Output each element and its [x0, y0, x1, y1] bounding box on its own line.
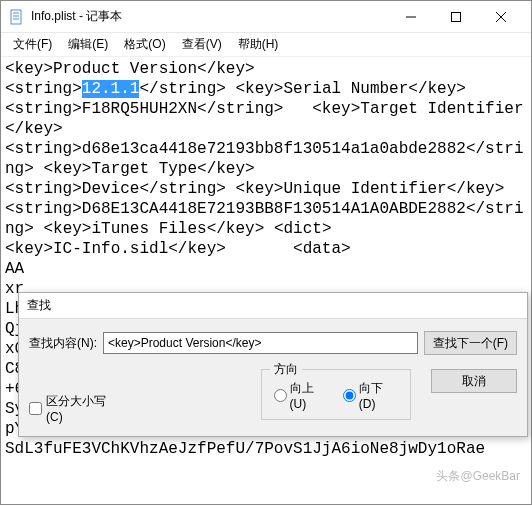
menu-help[interactable]: 帮助(H) [232, 34, 285, 55]
direction-down-radio[interactable] [343, 389, 356, 402]
direction-down[interactable]: 向下(D) [343, 380, 398, 411]
match-case-input[interactable] [29, 402, 42, 415]
menu-edit[interactable]: 编辑(E) [62, 34, 114, 55]
menu-view[interactable]: 查看(V) [176, 34, 228, 55]
menubar: 文件(F) 编辑(E) 格式(O) 查看(V) 帮助(H) [1, 33, 531, 57]
close-button[interactable] [478, 2, 523, 32]
menu-format[interactable]: 格式(O) [118, 34, 171, 55]
selected-text: 12.1.1 [82, 80, 140, 98]
find-dialog[interactable]: 查找 查找内容(N): 查找下一个(F) 区分大小写(C) 方向 向上(U) [18, 292, 528, 437]
svg-rect-0 [11, 10, 21, 24]
find-dialog-titlebar[interactable]: 查找 [19, 293, 527, 319]
match-case-checkbox[interactable]: 区分大小写(C) [29, 393, 121, 424]
maximize-button[interactable] [433, 2, 478, 32]
cancel-button[interactable]: 取消 [431, 369, 517, 393]
find-input[interactable] [103, 332, 418, 354]
find-dialog-title: 查找 [27, 297, 51, 314]
find-label: 查找内容(N): [29, 335, 97, 352]
notepad-app-icon [9, 9, 25, 25]
minimize-button[interactable] [388, 2, 433, 32]
find-next-button[interactable]: 查找下一个(F) [424, 331, 517, 355]
direction-legend: 方向 [270, 361, 302, 378]
menu-file[interactable]: 文件(F) [7, 34, 58, 55]
direction-up[interactable]: 向上(U) [274, 380, 329, 411]
window-title: Info.plist - 记事本 [31, 8, 122, 25]
svg-rect-5 [451, 12, 460, 21]
direction-up-radio[interactable] [274, 389, 287, 402]
titlebar[interactable]: Info.plist - 记事本 [1, 1, 531, 33]
direction-group: 方向 向上(U) 向下(D) [261, 369, 411, 420]
